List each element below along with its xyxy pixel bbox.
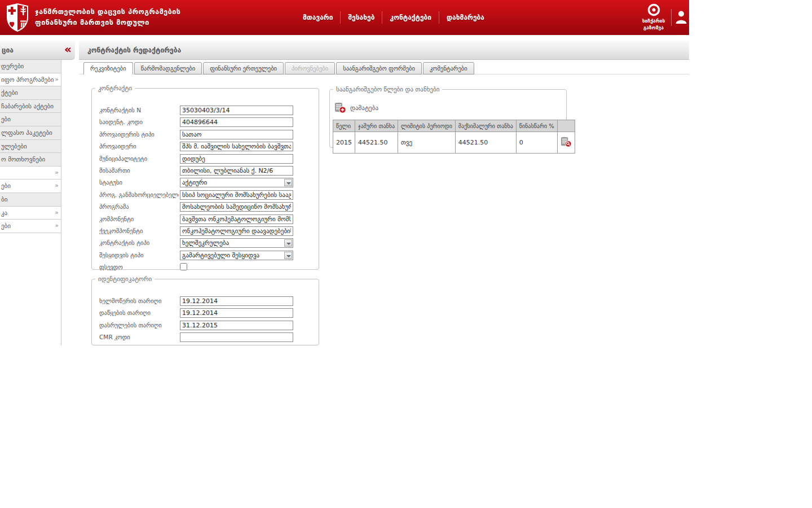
brand-title-line1: ჯანმრთელობის დაცვის პროგრამების <box>35 6 180 17</box>
years-table: წელიჯამური თანხალიმიტის პერიოდიმაქსიმალუ… <box>333 120 575 154</box>
field-row-contract-number: კონტრაქტის N <box>92 106 319 115</box>
address-input[interactable] <box>180 166 293 176</box>
procurement-type-label: შესყიდვის ტიპი <box>99 252 179 259</box>
sidebar-item-1[interactable]: იფო პროგრამები» <box>0 73 61 87</box>
person-icon <box>674 10 688 24</box>
row-view-button[interactable] <box>557 132 575 154</box>
sidebar-item-label: ჩაბარების აქტები <box>1 103 54 110</box>
tab-strip: რეკვიზიტებიწარმომადგენლებიფინანსური ერთე… <box>83 62 474 75</box>
sidebar-item-6[interactable]: ულებები <box>0 140 61 154</box>
end-date-input[interactable] <box>180 321 293 330</box>
signing-date-input[interactable] <box>180 296 293 306</box>
sidebar-header: ცია « <box>0 41 75 60</box>
field-row-start-date: დაწყების თარიღი <box>92 308 319 317</box>
speedometer-icon <box>647 3 660 16</box>
start-date-input[interactable] <box>180 308 293 318</box>
sidebar-item-10[interactable]: ბი <box>0 193 61 207</box>
nav-item-2[interactable]: კონტაქტები <box>382 11 439 24</box>
cell-total-amount: 44521.50 <box>355 132 398 154</box>
sidebar-item-4[interactable]: ები <box>0 113 61 126</box>
user-account-button[interactable] <box>674 10 688 27</box>
sidebar: დერებიიფო პროგრამები»ქტებიჩაბარების აქტე… <box>0 60 61 345</box>
tab-3: პიროვნებები <box>285 62 335 75</box>
status-select-value: აქტიური <box>182 179 283 186</box>
nav-item-0[interactable]: მთავარი <box>295 11 340 24</box>
subcomponent-label: ქვეკომპონენტი <box>99 227 179 234</box>
field-row-pseudo: ფსევდო <box>92 262 319 271</box>
procurement-type-select[interactable]: გამარტივებული შესყიდვა <box>180 251 293 260</box>
provider-label: პროვაიდერი <box>99 143 179 150</box>
dropdown-arrow-icon[interactable] <box>284 179 292 186</box>
provider-type-input[interactable] <box>180 130 293 139</box>
chevron-right-icon: » <box>55 207 59 220</box>
contract-type-select-value: ხელშეკრულება <box>182 239 283 247</box>
speed-test-button[interactable]: სიჩქარის გაზომვა <box>638 3 669 31</box>
sidebar-item-5[interactable]: ლფასო პაკეტები <box>0 126 61 140</box>
field-row-subcomponent: ქვეკომპონენტი <box>92 226 319 235</box>
tab-4[interactable]: საანგარიშგებო ფორმები <box>336 62 422 75</box>
sidebar-header-label: ცია <box>2 46 14 54</box>
cmr-code-input[interactable] <box>180 332 293 342</box>
ministry-shield-logo-icon <box>6 3 29 34</box>
field-row-provider: პროვაიდერი <box>92 142 319 151</box>
sidebar-collapse-button[interactable]: « <box>64 42 72 56</box>
sidebar-item-7[interactable]: ო მოთხოვნები <box>0 153 61 167</box>
main-nav: მთავარიშესახებკონტაქტებიდახმარება <box>295 0 492 35</box>
start-date-label: დაწყების თარიღი <box>99 309 179 316</box>
municipality-input[interactable] <box>180 154 293 164</box>
sidebar-item-label: ები <box>1 116 11 123</box>
col-header-year: წელი <box>333 120 355 132</box>
dropdown-arrow-icon[interactable] <box>284 239 292 247</box>
sidebar-item-9[interactable]: ები» <box>0 179 61 193</box>
reporting-years-section: საანგარიშგებო წლები და თანხები დამატება … <box>329 86 567 148</box>
contract-number-input[interactable] <box>180 106 293 115</box>
sidebar-item-11[interactable]: კა» <box>0 207 61 220</box>
component-input[interactable] <box>180 214 293 224</box>
cmr-code-label: CMR კოდი <box>99 334 179 340</box>
table-row-0: 201544521.50თვე44521.500 <box>333 132 575 154</box>
contract-section-legend: კონტრაქტი <box>95 85 135 92</box>
nav-item-3[interactable]: დახმარება <box>439 11 492 24</box>
sidebar-item-3[interactable]: ჩაბარების აქტები <box>0 100 61 113</box>
tab-1[interactable]: წარმომადგენლები <box>134 62 202 75</box>
sidebar-item-0[interactable]: დერები <box>0 60 61 73</box>
top-header: ჯანმრთელობის დაცვის პროგრამების ფინანსურ… <box>0 0 689 35</box>
tab-2[interactable]: ფინანსური ერთეულები <box>203 62 284 75</box>
brand-title: ჯანმრთელობის დაცვის პროგრამების ფინანსურ… <box>35 6 180 28</box>
component-label: კომპონენტი <box>99 216 179 222</box>
tab-5[interactable]: კომენტარები <box>423 62 474 75</box>
col-header-actions <box>557 120 575 132</box>
provider-type-label: პროვაიდერის ტიპი <box>99 131 179 138</box>
field-row-procurement-type: შესყიდვის ტიპიგამარტივებული შესყიდვა <box>92 251 319 260</box>
ident-code-input[interactable] <box>180 117 293 127</box>
nav-item-1[interactable]: შესახებ <box>340 11 382 24</box>
contract-type-select[interactable]: ხელშეკრულება <box>180 238 293 248</box>
page-title: კონტრაქტის რედაქტირება <box>87 46 181 54</box>
tab-0[interactable]: რეკვიზიტები <box>83 62 133 75</box>
identifier-section-legend: იდენტიფიკატორი <box>95 275 155 283</box>
sidebar-item-label: ბი <box>1 196 7 203</box>
add-year-button[interactable]: დამატება <box>334 102 378 113</box>
pseudo-checkbox[interactable] <box>180 263 187 270</box>
program-implementer-input[interactable] <box>180 190 293 200</box>
status-select[interactable]: აქტიური <box>180 178 293 187</box>
sidebar-item-label: ო მოთხოვნები <box>1 156 45 163</box>
end-date-label: დასრულების თარიღი <box>99 322 179 329</box>
subcomponent-input[interactable] <box>180 226 293 236</box>
add-year-label: დამატება <box>350 104 378 112</box>
dropdown-arrow-icon[interactable] <box>284 252 292 259</box>
field-row-address: მისამართი <box>92 166 319 175</box>
sidebar-item-8[interactable]: » <box>0 167 61 180</box>
sidebar-item-12[interactable]: ები» <box>0 220 61 233</box>
provider-input[interactable] <box>180 142 293 151</box>
sidebar-item-2[interactable]: ქტები <box>0 86 61 100</box>
header-divider <box>671 9 672 26</box>
contract-section: კონტრაქტი კონტრაქტის Nსაიდენტ. კოდიპროვა… <box>91 85 319 270</box>
main-titlebar: კონტრაქტის რედაქტირება <box>79 41 689 60</box>
cell-year: 2015 <box>333 132 355 154</box>
program-implementer-label: პროგ. განმახორციელებელი <box>99 191 179 198</box>
program-input[interactable] <box>180 202 293 212</box>
col-header-max-amount: მაქსიმალური თანხა <box>455 120 516 132</box>
municipality-label: მუნიციპალიტეტი <box>99 155 179 162</box>
procurement-type-select-value: გამარტივებული შესყიდვა <box>182 252 283 259</box>
